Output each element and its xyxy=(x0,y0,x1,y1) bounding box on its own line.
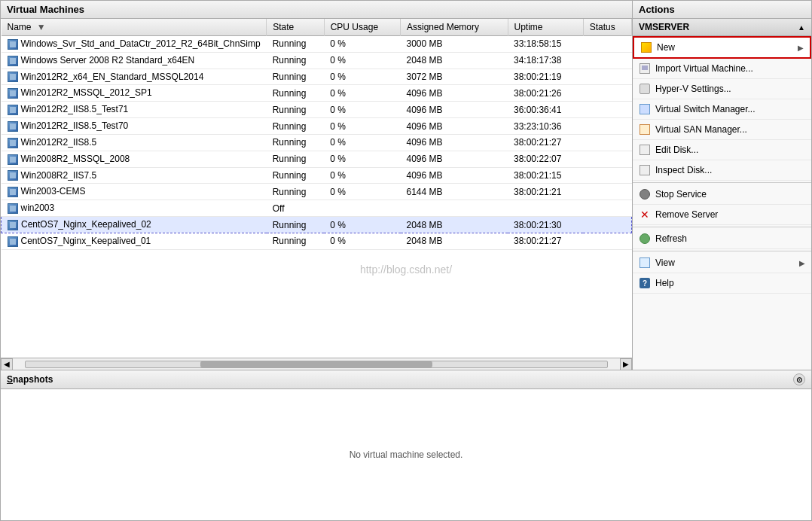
vm-icon xyxy=(8,138,18,148)
refresh-icon xyxy=(639,233,651,245)
vm-state: Running xyxy=(267,134,325,151)
table-row[interactable]: Win2012R2_x64_EN_Standard_MSSQL2014 Runn… xyxy=(2,69,632,85)
col-cpu[interactable]: CPU Usage xyxy=(324,19,400,36)
col-status[interactable]: Status xyxy=(583,19,631,36)
table-row[interactable]: Win2012R2_IIS8.5_Test70 Running 0 % 4096… xyxy=(2,118,632,135)
vm-uptime: 34:18:17:38 xyxy=(508,52,583,69)
table-row[interactable]: Win2012R2_IIS8.5 Running 0 % 4096 MB 38:… xyxy=(2,134,632,151)
action-item-inspect-disk-[interactable]: Inspect Disk... xyxy=(633,160,811,181)
vm-state: Running xyxy=(267,69,325,85)
vm-state: Running xyxy=(267,151,325,167)
scroll-right[interactable]: ▶ xyxy=(620,358,632,370)
col-name[interactable]: Name ▼ xyxy=(2,19,267,36)
table-row[interactable]: Windows_Svr_Std_and_DataCtr_2012_R2_64Bi… xyxy=(2,36,632,53)
vm-uptime: 33:23:10:36 xyxy=(508,118,583,135)
san-icon xyxy=(639,123,651,136)
vm-status xyxy=(583,134,631,151)
collapse-button[interactable]: ⊙ xyxy=(793,373,805,385)
table-row[interactable]: Win2012R2_IIS8.5_Test71 Running 0 % 4096… xyxy=(2,102,632,118)
vm-status xyxy=(583,36,631,53)
scroll-left[interactable]: ◀ xyxy=(1,358,13,370)
vm-icon xyxy=(8,220,18,230)
vm-table: Name ▼ State CPU Usage Assigned Memory U… xyxy=(1,19,632,250)
vm-name: Win2012R2_MSSQL_2012_SP1 xyxy=(2,85,267,102)
table-row[interactable]: CentOS7_Nginx_Keepalived_02 Running 0 % … xyxy=(2,217,632,233)
action-label: Stop Service xyxy=(655,189,707,200)
action-item-view[interactable]: View ▶ xyxy=(633,253,811,273)
vm-uptime: 38:00:21:30 xyxy=(508,217,583,233)
vm-uptime: 38:00:21:27 xyxy=(508,233,583,249)
disk-icon xyxy=(639,164,651,176)
action-item-help[interactable]: ? Help xyxy=(633,273,811,294)
vm-cpu: 0 % xyxy=(324,134,400,151)
action-item-edit-disk-[interactable]: Edit Disk... xyxy=(633,140,811,160)
vm-cpu: 0 % xyxy=(324,184,400,200)
vm-name: win2003 xyxy=(2,200,267,217)
separator xyxy=(633,227,811,227)
action-label: Help xyxy=(655,278,674,288)
settings-icon xyxy=(639,83,651,95)
switch-icon xyxy=(639,103,651,115)
table-row[interactable]: win2003 Off xyxy=(2,200,632,217)
vm-icon xyxy=(8,236,18,247)
col-state[interactable]: State xyxy=(267,19,325,36)
scroll-thumb[interactable] xyxy=(200,361,433,367)
col-uptime[interactable]: Uptime xyxy=(508,19,583,36)
snapshots-panel: Snapshots ⊙ No virtual machine selected. xyxy=(0,370,812,521)
vm-state: Running xyxy=(267,36,325,53)
vm-name: Windows Server 2008 R2 Standard_x64EN xyxy=(2,52,267,69)
table-row[interactable]: Win2008R2_IIS7.5 Running 0 % 4096 MB 38:… xyxy=(2,167,632,184)
action-item-import-virtual-machine-[interactable]: Import Virtual Machine... xyxy=(633,59,811,79)
vm-status xyxy=(583,167,631,184)
submenu-arrow: ▶ xyxy=(799,259,805,267)
vm-status xyxy=(583,69,631,85)
vmserver-header[interactable]: VMSERVER ▲ xyxy=(633,19,811,36)
vm-memory: 3072 MB xyxy=(401,69,508,85)
scroll-track[interactable] xyxy=(25,361,608,368)
table-row[interactable]: Win2012R2_MSSQL_2012_SP1 Running 0 % 409… xyxy=(2,85,632,102)
vm-icon xyxy=(8,187,18,197)
table-row[interactable]: Win2008R2_MSSQL_2008 Running 0 % 4096 MB… xyxy=(2,151,632,167)
action-item-virtual-switch-manager-[interactable]: Virtual Switch Manager... xyxy=(633,99,811,120)
col-memory[interactable]: Assigned Memory xyxy=(401,19,508,36)
vm-state: Running xyxy=(267,184,325,200)
table-row[interactable]: CentOS7_Nginx_Keepalived_01 Running 0 % … xyxy=(2,233,632,249)
vm-uptime: 33:18:58:15 xyxy=(508,36,583,53)
sort-arrow: ▼ xyxy=(37,22,46,32)
vm-status xyxy=(583,52,631,69)
snapshots-label: Snapshots xyxy=(7,374,53,385)
vm-name: CentOS7_Nginx_Keepalived_01 xyxy=(2,233,267,249)
vm-status xyxy=(583,151,631,167)
action-item-stop-service[interactable]: Stop Service xyxy=(633,184,811,205)
action-label: Refresh xyxy=(655,233,687,244)
vm-memory: 4096 MB xyxy=(401,102,508,118)
vm-cpu xyxy=(324,200,400,217)
table-row[interactable]: Windows Server 2008 R2 Standard_x64EN Ru… xyxy=(2,52,632,69)
table-row[interactable]: Win2003-CEMS Running 0 % 6144 MB 38:00:2… xyxy=(2,184,632,200)
separator xyxy=(633,182,811,183)
vm-memory: 4096 MB xyxy=(401,85,508,102)
action-item-hyper-v-settings-[interactable]: Hyper-V Settings... xyxy=(633,79,811,99)
vm-memory xyxy=(401,200,508,217)
action-item-refresh[interactable]: Refresh xyxy=(633,229,811,249)
action-label: Remove Server xyxy=(655,209,718,220)
vm-table-container[interactable]: Name ▼ State CPU Usage Assigned Memory U… xyxy=(1,19,632,358)
vm-uptime: 36:00:36:41 xyxy=(508,102,583,118)
action-item-remove-server[interactable]: ✕ Remove Server xyxy=(633,205,811,225)
vm-cpu: 0 % xyxy=(324,217,400,233)
action-item-new[interactable]: New ▶ xyxy=(633,36,811,59)
vm-memory: 4096 MB xyxy=(401,118,508,135)
action-item-virtual-san-manager-[interactable]: Virtual SAN Manager... xyxy=(633,120,811,140)
vm-icon xyxy=(8,121,18,132)
vm-uptime: 38:00:21:26 xyxy=(508,85,583,102)
horizontal-scrollbar[interactable]: ◀ ▶ xyxy=(1,358,632,370)
vm-memory: 6144 MB xyxy=(401,184,508,200)
vm-icon xyxy=(8,154,18,165)
vm-status xyxy=(583,184,631,200)
vm-memory: 4096 MB xyxy=(401,134,508,151)
vm-name: Windows_Svr_Std_and_DataCtr_2012_R2_64Bi… xyxy=(2,36,267,53)
vm-cpu: 0 % xyxy=(324,36,400,53)
vm-uptime: 38:00:21:21 xyxy=(508,184,583,200)
action-label: Inspect Disk... xyxy=(655,165,712,175)
vm-name: Win2008R2_MSSQL_2008 xyxy=(2,151,267,167)
